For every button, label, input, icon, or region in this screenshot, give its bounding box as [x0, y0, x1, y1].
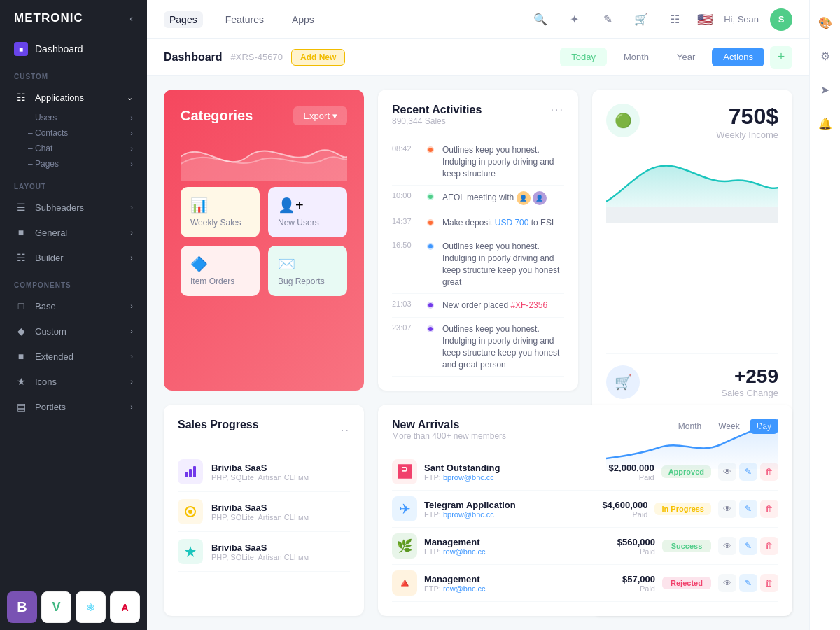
portlets-icon: ▤	[14, 400, 28, 414]
activity-time: 10:00	[392, 191, 419, 200]
activities-menu-icon[interactable]: ···	[551, 104, 564, 116]
sidebar-item-applications[interactable]: ☷ Applications ⌄	[0, 85, 147, 110]
sales-top: 🛒 +259 Sales Change	[606, 365, 778, 406]
sales-item-info: Briviba SaaS PHP, SQLite, Artisan CLI мм	[211, 542, 350, 561]
right-send-icon[interactable]: ➤	[814, 78, 836, 101]
vue-icon[interactable]: V	[41, 592, 71, 623]
base-icon: □	[14, 299, 28, 313]
nav-link-apps[interactable]: Apps	[286, 11, 320, 28]
right-bell-icon[interactable]: 🔔	[814, 112, 836, 134]
ftp-link: row@bnc.cc	[443, 547, 486, 556]
svg-rect-1	[185, 472, 188, 477]
arrivals-title: New Arrivals	[392, 419, 506, 431]
bug-reports-label: Bug Reports	[278, 276, 337, 286]
sales-item-icon	[178, 539, 203, 564]
sidebar-sub-pages[interactable]: – Pages ›	[0, 156, 147, 172]
activities-card: Recent Activities 890,344 Sales ··· 08:4…	[378, 90, 578, 391]
framework-strip: B V ⚛ A	[0, 584, 147, 630]
sidebar-collapse-icon[interactable]: ‹	[130, 13, 133, 24]
base-chevron: ›	[130, 302, 133, 310]
wave-chart	[181, 132, 347, 181]
sidebar-sub-contacts[interactable]: – Contacts ›	[0, 125, 147, 141]
right-settings-icon[interactable]: ⚙	[814, 45, 836, 67]
nav-link-pages[interactable]: Pages	[164, 11, 203, 28]
plus-button[interactable]: +	[770, 46, 792, 69]
add-new-button[interactable]: Add New	[291, 49, 345, 66]
dashboard-icon: ■	[14, 42, 28, 56]
chart-icon[interactable]: ✎	[596, 8, 619, 31]
sidebar-item-dashboard[interactable]: ■ Dashboard	[0, 36, 147, 62]
export-label: Export	[303, 111, 330, 121]
svg-point-5	[188, 510, 192, 514]
arrival-ftp: FTP: bprow@bnc.cc	[424, 510, 584, 519]
cart-icon: 🛒	[606, 365, 640, 399]
sales-name: Briviba SaaS	[211, 463, 350, 473]
arrival-info: Management FTP: row@bnc.cc	[424, 574, 592, 593]
content-grid: Categories Export ▾ 📊 Weekly Sales	[147, 76, 809, 630]
flag-icon[interactable]: 🇺🇸	[697, 12, 713, 27]
subheader-right: Today Month Year Actions +	[560, 46, 792, 69]
sales-item: Briviba SaaS PHP, SQLite, Artisan CLI мм	[178, 532, 350, 572]
cart-icon[interactable]: 🛒	[630, 8, 652, 31]
sidebar-item-custom[interactable]: ◆ Custom ›	[0, 318, 147, 344]
nav-left: ☰ Subheaders	[14, 200, 84, 214]
arrival-icon: 🌿	[392, 533, 417, 559]
sales-change: +259	[721, 365, 778, 388]
search-icon[interactable]: 🔍	[529, 8, 552, 31]
bug-reports-icon: ✉️	[278, 255, 337, 272]
categories-header: Categories Export ▾	[181, 106, 347, 125]
bootstrap-icon[interactable]: B	[7, 592, 37, 623]
angular-icon[interactable]: A	[110, 592, 140, 623]
portlets-chevron: ›	[130, 402, 133, 411]
nav-left: ▤ Portlets	[14, 400, 66, 414]
activity-text: Make deposit USD 700 to ESL	[442, 217, 564, 229]
sidebar-sub-chat[interactable]: – Chat ›	[0, 141, 147, 156]
sales-item-info: Briviba SaaS PHP, SQLite, Artisan CLI мм	[211, 503, 350, 522]
mini-card-item-orders: 🔷 Item Orders	[181, 246, 260, 296]
sales-sub: PHP, SQLite, Artisan CLI мм	[211, 513, 350, 522]
sidebar-item-subheaders[interactable]: ☰ Subheaders ›	[0, 195, 147, 220]
sales-name: Briviba SaaS	[211, 542, 350, 553]
arrival-info: Telegram Application FTP: bprow@bnc.cc	[424, 500, 584, 519]
react-icon[interactable]: ⚛	[76, 592, 106, 623]
income-divider	[606, 354, 778, 354]
right-palette-icon[interactable]: 🎨	[814, 11, 836, 34]
sales-name: Briviba SaaS	[211, 503, 350, 513]
top-nav: Pages Features Apps 🔍 ✦ ✎ 🛒 ☷ 🇺🇸 Hi, Sea…	[147, 0, 809, 39]
activities-sub: 890,344 Sales	[392, 116, 482, 126]
contacts-label: – Contacts	[28, 128, 68, 138]
extended-label: Extended	[35, 351, 74, 362]
export-button[interactable]: Export ▾	[293, 106, 347, 125]
year-button[interactable]: Year	[666, 48, 706, 66]
sales-sub: PHP, SQLite, Artisan CLI мм	[211, 553, 350, 561]
mini-card-bug-reports: ✉️ Bug Reports	[268, 246, 347, 296]
sidebar-item-general[interactable]: ■ General ›	[0, 220, 147, 245]
sidebar-sub-users[interactable]: – Users ›	[0, 110, 147, 125]
user-avatar[interactable]: S	[770, 8, 792, 31]
share-icon[interactable]: ✦	[563, 8, 585, 31]
month-button[interactable]: Month	[612, 48, 660, 66]
sidebar-item-portlets[interactable]: ▤ Portlets ›	[0, 394, 147, 419]
arrival-icon: ✈	[392, 496, 417, 522]
sidebar-item-extended[interactable]: ■ Extended ›	[0, 344, 147, 369]
activity-time: 16:50	[392, 241, 419, 249]
grid-icon[interactable]: ☷	[664, 8, 686, 31]
sales-chart	[606, 406, 778, 603]
income-top: 🟢 750$ Weekly Income	[606, 104, 778, 146]
sidebar-item-icons[interactable]: ★ Icons ›	[0, 369, 147, 394]
sidebar-item-base[interactable]: □ Base ›	[0, 293, 147, 318]
dashboard-label: Dashboard	[35, 43, 83, 55]
income-amount: 750$	[716, 104, 778, 130]
nav-link-features[interactable]: Features	[220, 11, 270, 28]
today-button[interactable]: Today	[560, 48, 607, 66]
activity-item: 21:03 New order placed #XF-2356	[392, 294, 564, 318]
actions-button[interactable]: Actions	[712, 48, 764, 66]
sales-menu-icon[interactable]: ··	[341, 424, 350, 437]
users-label: – Users	[28, 113, 57, 122]
item-orders-icon: 🔷	[190, 255, 250, 272]
sidebar-item-builder[interactable]: ☵ Builder ›	[0, 245, 147, 270]
sales-item-info: Briviba SaaS PHP, SQLite, Artisan CLI мм	[211, 463, 350, 482]
custom-icon: ◆	[14, 324, 28, 338]
builder-label: Builder	[35, 253, 63, 263]
svg-rect-2	[189, 469, 192, 477]
